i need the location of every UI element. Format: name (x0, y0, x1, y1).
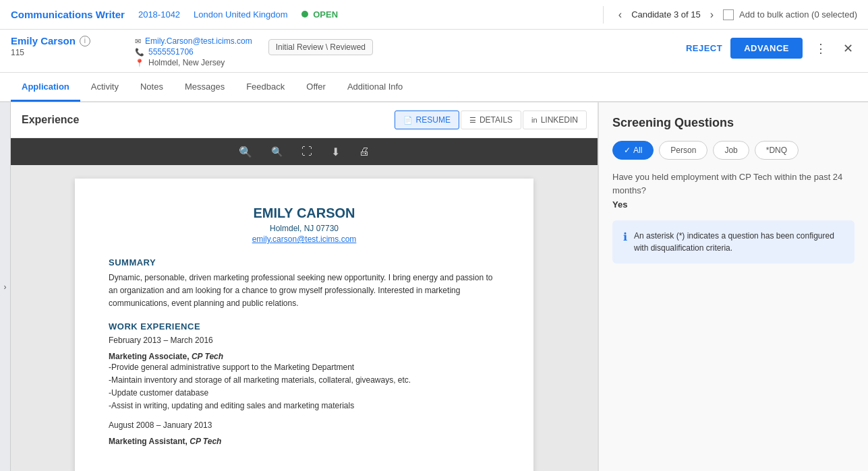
candidate-phone-row[interactable]: 📞 5555551706 (135, 47, 252, 57)
candidate-name-row: Emily Carson i (11, 35, 119, 46)
print-icon[interactable]: 🖨 (356, 144, 372, 159)
job-1-title: Marketing Associate, CP Tech (109, 352, 500, 361)
location-icon: 📍 (135, 59, 144, 67)
tabs-bar: Application Activity Notes Messages Feed… (0, 73, 868, 102)
reject-button[interactable]: REJECT (686, 43, 722, 53)
check-icon: ✓ (624, 146, 631, 155)
details-tab-label: DETAILS (480, 115, 513, 125)
main-content: › Experience 📄 RESUME ☰ DETAILS in LINKE… (0, 102, 868, 471)
filter-all-button[interactable]: ✓ All (612, 141, 654, 160)
resume-tab-group: 📄 RESUME ☰ DETAILS in LINKEDIN (395, 111, 587, 129)
filter-job-button[interactable]: Job (713, 141, 749, 160)
bulk-action-label: Add to bulk action (0 selected) (739, 9, 857, 20)
screening-filters: ✓ All Person Job *DNQ (612, 141, 855, 160)
job-1-bullet-3: -Update customer database (109, 387, 500, 400)
prev-candidate-button[interactable]: ‹ (614, 6, 626, 24)
job-1-date: February 2013 – March 2016 (109, 336, 500, 345)
resume-tab-resume[interactable]: 📄 RESUME (395, 111, 459, 129)
candidate-info: Emily Carson i 115 (11, 35, 119, 57)
tab-offer[interactable]: Offer (295, 73, 337, 102)
email-icon: ✉ (135, 37, 141, 46)
candidate-email: Emily.Carson@test.icims.com (145, 36, 252, 46)
tab-feedback[interactable]: Feedback (235, 73, 295, 102)
resume-panel: Experience 📄 RESUME ☰ DETAILS in LINKEDI… (11, 102, 598, 471)
job-title[interactable]: Communications Writer (11, 9, 125, 20)
candidate-name[interactable]: Emily Carson (11, 35, 76, 46)
zoom-out-icon[interactable]: 🔍 (268, 145, 285, 158)
resume-summary-text: Dynamic, personable, driven marketing pr… (109, 272, 500, 311)
toggle-arrow-icon: › (4, 282, 7, 292)
job-1-bullet-4: -Assist in writing, updating and editing… (109, 400, 500, 412)
job-2-company: CP Tech (190, 437, 221, 446)
filter-dnq-button[interactable]: *DNQ (755, 141, 799, 160)
candidate-location: Holmdel, New Jersey (148, 58, 225, 67)
close-button[interactable]: ✕ (839, 40, 857, 57)
screening-panel: Screening Questions ✓ All Person Job *DN… (598, 102, 868, 471)
more-options-button[interactable]: ⋮ (811, 40, 831, 57)
bulk-checkbox[interactable] (723, 9, 734, 20)
screening-info-box: ℹ An asterisk (*) indicates a question h… (612, 220, 855, 263)
top-bar: Communications Writer 2018-1042 London U… (0, 0, 868, 30)
candidate-phone: 5555551706 (148, 47, 194, 57)
candidate-email-row[interactable]: ✉ Emily.Carson@test.icims.com (135, 36, 252, 46)
status-indicator: OPEN (301, 9, 338, 20)
pdf-toolbar: 🔍 🔍 ⛶ ⬇ 🖨 (11, 138, 598, 165)
review-badge[interactable]: Initial Review \ Reviewed (268, 39, 373, 55)
job-1-bullet-2: -Maintain inventory and storage of all m… (109, 374, 500, 387)
screening-answer: Yes (612, 199, 855, 210)
left-panel-toggle[interactable]: › (0, 102, 11, 471)
job-id[interactable]: 2018-1042 (138, 9, 180, 20)
tab-application[interactable]: Application (11, 73, 80, 102)
candidate-location-row: 📍 Holmdel, New Jersey (135, 58, 252, 67)
screening-title: Screening Questions (612, 116, 855, 130)
phone-icon: 📞 (135, 48, 144, 57)
candidate-actions: REJECT ADVANCE ⋮ ✕ (686, 38, 857, 59)
resume-header: Experience 📄 RESUME ☰ DETAILS in LINKEDI… (11, 102, 598, 138)
job-location[interactable]: London United Kingdom (194, 9, 288, 20)
download-icon[interactable]: ⬇ (328, 144, 343, 160)
resume-tab-label: RESUME (416, 115, 451, 125)
status-dot (301, 11, 308, 18)
fullscreen-icon[interactable]: ⛶ (299, 144, 315, 159)
tab-messages[interactable]: Messages (174, 73, 235, 102)
resume-work-title: WORK EXPERIENCE (109, 321, 500, 332)
advance-button[interactable]: ADVANCE (730, 38, 803, 59)
job-entry-1: February 2013 – March 2016 Marketing Ass… (109, 336, 500, 413)
list-icon: ☰ (469, 116, 476, 125)
job-entry-2: August 2008 – January 2013 Marketing Ass… (109, 420, 500, 446)
info-circle-icon: ℹ (623, 230, 627, 243)
document-icon: 📄 (403, 116, 413, 125)
screening-question: Have you held employment with CP Tech wi… (612, 170, 855, 197)
candidate-contact: ✉ Emily.Carson@test.icims.com 📞 55555517… (135, 36, 252, 67)
tab-additional-info[interactable]: Additional Info (337, 73, 413, 102)
linkedin-tab-label: LINKEDIN (541, 115, 578, 125)
resume-candidate-address: Holmdel, NJ 07730 (109, 224, 500, 233)
resume-tab-linkedin[interactable]: in LINKEDIN (523, 111, 587, 129)
next-candidate-button[interactable]: › (706, 6, 718, 24)
tab-activity[interactable]: Activity (80, 73, 129, 102)
linkedin-icon: in (531, 116, 538, 124)
job-2-title: Marketing Assistant, CP Tech (109, 437, 500, 446)
candidate-count: Candidate 3 of 15 (631, 9, 701, 20)
tab-notes[interactable]: Notes (129, 73, 174, 102)
candidate-id: 115 (11, 48, 119, 57)
resume-candidate-name: EMILY CARSON (109, 206, 500, 221)
candidate-bar: Emily Carson i 115 ✉ Emily.Carson@test.i… (0, 30, 868, 73)
info-icon[interactable]: i (80, 36, 90, 46)
zoom-in-icon[interactable]: 🔍 (236, 144, 255, 160)
resume-content: EMILY CARSON Holmdel, NJ 07730 emily.car… (11, 165, 598, 471)
resume-tab-details[interactable]: ☰ DETAILS (461, 111, 521, 129)
resume-candidate-email[interactable]: emily.carson@test.icims.com (109, 234, 500, 244)
job-1-bullet-1: -Provide general administrative support … (109, 361, 500, 374)
resume-page: EMILY CARSON Holmdel, NJ 07730 emily.car… (75, 179, 533, 471)
filter-person-button[interactable]: Person (659, 141, 707, 160)
experience-title: Experience (22, 114, 79, 126)
screening-info-text: An asterisk (*) indicates a question has… (634, 230, 844, 254)
job-1-company: CP Tech (192, 352, 223, 361)
navigation-area: ‹ Candidate 3 of 15 › Add to bulk action… (603, 6, 857, 24)
status-label: OPEN (313, 9, 338, 20)
resume-summary-title: SUMMARY (109, 257, 500, 268)
job-2-date: August 2008 – January 2013 (109, 420, 500, 430)
